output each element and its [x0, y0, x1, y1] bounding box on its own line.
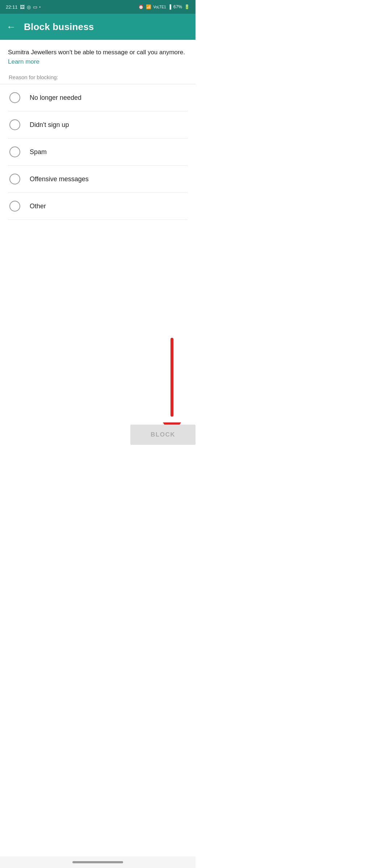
- radio-item-didnt-sign-up[interactable]: Didn't sign up: [8, 111, 188, 139]
- lte-icon: VoLTE1: [154, 5, 166, 9]
- radio-circle-spam: [9, 146, 20, 157]
- time-display: 22:11: [6, 4, 18, 10]
- reason-label: Reason for blocking:: [8, 74, 188, 80]
- radio-circle-didnt-sign-up: [9, 119, 20, 130]
- battery-icon: 🔋: [184, 4, 190, 9]
- radio-circle-no-longer-needed: [9, 92, 20, 103]
- radio-circle-other: [9, 201, 20, 212]
- radio-label-no-longer-needed: No longer needed: [30, 94, 81, 102]
- photo-icon: 🖼: [20, 4, 25, 10]
- content-area: Sumitra Jewellers won't be able to messa…: [0, 40, 196, 220]
- monitor-icon: ▭: [33, 4, 37, 10]
- red-arrow: [141, 336, 185, 437]
- learn-more-link[interactable]: Learn more: [8, 58, 39, 65]
- page-title: Block business: [24, 21, 94, 33]
- instagram-icon: ◎: [27, 4, 31, 10]
- back-button[interactable]: ←: [7, 22, 16, 31]
- dot-icon: •: [39, 5, 41, 9]
- bottom-area: BLOCK: [0, 220, 196, 451]
- radio-item-other[interactable]: Other: [8, 193, 188, 220]
- radio-label-offensive-messages: Offensive messages: [30, 175, 89, 183]
- alarm-icon: ⏰: [138, 4, 144, 9]
- battery-percent: 67%: [173, 4, 182, 9]
- radio-item-offensive-messages[interactable]: Offensive messages: [8, 166, 188, 193]
- status-right: ⏰ 📶 VoLTE1 ▐ 67% 🔋: [138, 4, 190, 9]
- block-button-container: BLOCK: [130, 425, 196, 445]
- radio-label-didnt-sign-up: Didn't sign up: [30, 121, 69, 129]
- block-button[interactable]: BLOCK: [130, 425, 196, 445]
- toolbar: ← Block business: [0, 14, 196, 40]
- radio-label-spam: Spam: [30, 148, 47, 156]
- description-text: Sumitra Jewellers won't be able to messa…: [8, 48, 188, 66]
- radio-label-other: Other: [30, 203, 46, 210]
- signal-icon: ▐: [168, 4, 171, 9]
- radio-circle-offensive-messages: [9, 174, 20, 184]
- wifi-icon: 📶: [146, 4, 151, 9]
- reason-list: No longer needed Didn't sign up Spam Off…: [8, 84, 188, 220]
- status-bar: 22:11 🖼 ◎ ▭ • ⏰ 📶 VoLTE1 ▐ 67% 🔋: [0, 0, 196, 14]
- status-left: 22:11 🖼 ◎ ▭ •: [6, 4, 41, 10]
- radio-item-no-longer-needed[interactable]: No longer needed: [8, 84, 188, 111]
- radio-item-spam[interactable]: Spam: [8, 139, 188, 166]
